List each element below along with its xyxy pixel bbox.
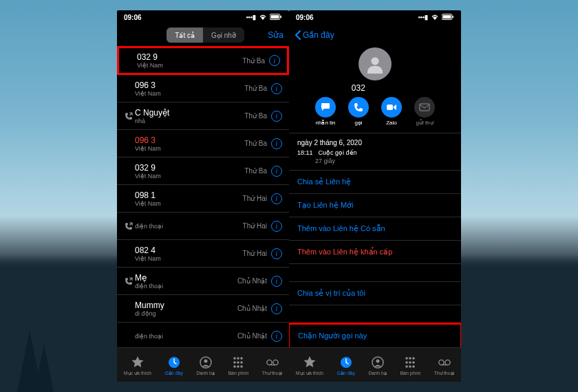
svg-point-36 [438,360,443,364]
status-bar: 09:06 ▪▪▪▮ [289,10,461,24]
info-icon[interactable]: i [271,166,282,177]
call-row[interactable]: 098 1Việt NamThứ Haii [117,185,289,213]
call-row[interactable]: điện thoạiChủ Nhậti [117,323,289,347]
call-row[interactable]: 032 9Việt NamThứ Bai [117,157,289,185]
call-button[interactable]: gọi [348,97,369,126]
voicemail-icon [438,356,451,369]
keypad-icon [403,356,417,369]
voicemail-icon [266,356,279,369]
battery-icon [442,14,454,21]
call-duration: 27 giây [315,157,453,164]
svg-rect-23 [420,104,429,111]
status-bar: 09:06 ▪▪▪▮ [117,10,289,24]
call-name: 098 1 [135,190,243,200]
call-row[interactable]: 096 3Việt NamThứ Bai [117,75,289,102]
svg-rect-2 [281,16,282,18]
info-icon[interactable]: i [271,303,282,314]
mail-icon [414,97,435,118]
call-name: Mummy [135,301,237,310]
info-icon[interactable]: i [271,138,282,149]
share-contact-link[interactable]: Chia sẻ Liên hệ [289,170,461,193]
call-sub: Việt Nam [137,62,242,69]
call-type: Cuộc gọi đến [319,149,357,156]
call-row[interactable]: Mẹđiện thoạiChủ Nhậti [117,268,289,295]
video-button[interactable]: Zalo [381,97,402,126]
info-icon[interactable]: i [271,111,282,122]
phone-icon [348,97,369,118]
outgoing-icon [122,112,135,120]
add-contact-link[interactable]: Thêm vào Liên hệ Có sẵn [289,217,461,240]
call-sub: di động [135,310,237,317]
back-button[interactable]: Gần đây [295,30,334,40]
segmented-control[interactable]: Tất cả Gọi nhỡ [167,28,244,43]
signal-icon: ▪▪▪▮ [246,14,256,21]
star-icon [303,356,317,369]
call-time: Thứ Hai [243,250,267,257]
emergency-contact-link[interactable]: Thêm vào Liên hệ khẩn cấp [289,240,461,263]
call-row[interactable]: C NguyệtnhàThứ Bai [117,102,289,130]
call-row[interactable]: 032 9Việt NamThứ Bai [117,46,289,75]
call-sub: nhà [135,118,244,124]
tab-recents[interactable]: Gần đây [164,356,183,376]
call-time: Chủ Nhật [237,277,267,285]
tab-keypad[interactable]: Bàn phím [228,356,248,375]
svg-point-7 [237,357,240,360]
block-caller-link[interactable]: Chặn Người gọi này [289,323,461,347]
call-row[interactable]: 082 4Việt NamThứ Haii [117,240,289,268]
tab-contacts[interactable]: Danh bạ [368,356,387,376]
svg-point-8 [241,357,244,360]
call-time: Thứ Ba [244,112,267,120]
info-icon[interactable]: i [269,55,280,66]
svg-point-28 [409,357,412,360]
svg-point-13 [237,365,240,368]
svg-rect-22 [387,105,393,110]
tab-voicemail[interactable]: Thư thoại [262,356,282,376]
message-button[interactable]: nhắn tin [315,97,336,126]
info-icon[interactable]: i [271,248,282,259]
contact-actions: nhắn tin gọi Zalo gửi thư [289,97,461,126]
wifi-icon [431,14,439,21]
info-icon[interactable]: i [271,276,282,287]
message-icon [315,97,336,118]
recents-list[interactable]: 032 9Việt NamThứ Bai096 3Việt NamThứ Bai… [117,46,289,347]
info-icon[interactable]: i [271,331,282,342]
tab-favorites[interactable]: Mục ưa thích [296,356,323,376]
svg-point-5 [204,359,207,362]
tab-recents[interactable]: Gần đây [336,356,355,376]
svg-point-16 [272,360,277,364]
svg-point-9 [234,361,237,364]
star-icon [131,356,144,369]
call-sub: điện thoại [135,283,237,290]
tab-favorites[interactable]: Mục ưa thích [124,356,151,376]
info-icon[interactable]: i [271,193,282,204]
svg-point-35 [413,365,416,368]
svg-point-31 [409,361,412,364]
call-time: Chủ Nhật [237,332,267,340]
svg-point-6 [234,357,237,360]
call-row[interactable]: Mummydi độngChủ Nhậti [117,295,289,323]
segment-all[interactable]: Tất cả [167,28,203,43]
contact-detail: 032 nhắn tin gọi Zalo gửi thư [289,46,461,347]
segment-missed[interactable]: Gọi nhỡ [203,28,244,43]
call-sub: Việt Nam [135,173,244,179]
call-date: ngày 2 tháng 6, 2020 [297,139,453,146]
call-name: Mẹ [135,273,237,283]
info-icon[interactable]: i [271,83,282,94]
tab-keypad[interactable]: Bàn phím [400,356,420,375]
svg-rect-1 [271,15,279,19]
edit-button[interactable]: Sửa [268,30,283,40]
battery-icon [270,14,282,21]
call-row[interactable]: điện thoạiThứ Haii [117,213,289,240]
share-location-link[interactable]: Chia sẻ vị trí của tôi [289,281,461,305]
tab-contacts[interactable]: Danh bạ [196,356,215,376]
svg-rect-19 [443,15,451,19]
svg-point-10 [237,361,240,364]
tab-voicemail[interactable]: Thư thoại [434,356,454,376]
call-row[interactable]: 096 3Việt NamThứ Bai [117,130,289,157]
info-icon[interactable]: i [271,221,282,232]
create-contact-link[interactable]: Tạo Liên hệ Mới [289,193,461,217]
wifi-icon [259,14,267,21]
svg-point-14 [241,365,244,368]
call-name: 032 9 [137,52,242,62]
clock-icon [339,356,353,369]
